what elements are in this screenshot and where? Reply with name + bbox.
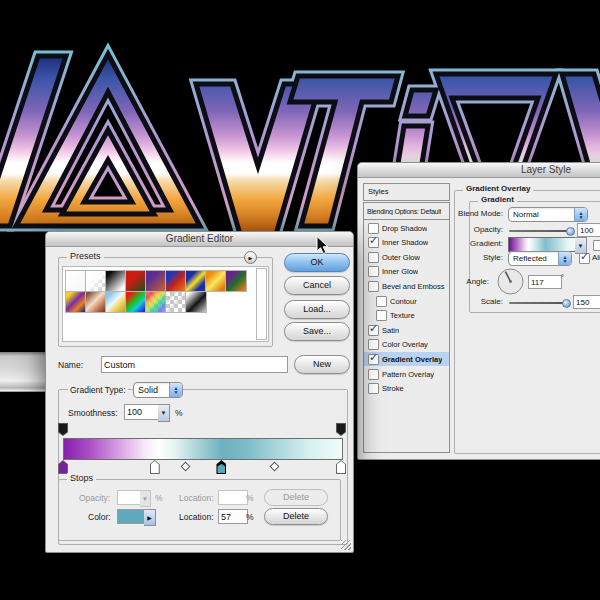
preset-swatch-white-to-transparent[interactable] — [85, 270, 107, 292]
preset-swatch-transparent-stripes[interactable] — [165, 291, 187, 313]
style-item-label: Color Overlay — [382, 340, 428, 349]
ls-gradient-swatch[interactable] — [508, 237, 576, 252]
style-item-contour[interactable]: Contour — [364, 294, 449, 308]
unchecked-checkbox[interactable] — [368, 223, 379, 234]
cancel-button[interactable]: Cancel — [284, 276, 350, 295]
presets-label: Presets — [67, 251, 104, 261]
unchecked-checkbox[interactable] — [368, 339, 379, 350]
presets-scrollbar[interactable] — [256, 268, 267, 340]
preset-swatch-blue-yellow-blue[interactable] — [185, 270, 207, 292]
styles-header-box[interactable]: Styles — [363, 183, 450, 201]
preset-swatch-white[interactable] — [65, 270, 87, 292]
stop-location-unit-2: % — [246, 512, 254, 522]
save-button[interactable]: Save... — [284, 322, 350, 341]
gradient-editor-titlebar[interactable]: Gradient Editor — [46, 232, 353, 247]
scale-value: 150 — [576, 298, 589, 307]
opacity-slider[interactable] — [509, 230, 573, 232]
smoothness-label: Smoothness: — [68, 408, 118, 418]
opacity-stop[interactable] — [58, 423, 68, 436]
opacity-stop[interactable] — [336, 423, 346, 436]
scale-slider-knob[interactable] — [562, 299, 571, 308]
delete-opacity-button[interactable]: Delete — [264, 489, 328, 506]
unchecked-checkbox[interactable] — [368, 252, 379, 263]
gradient-overlay-panel-title: Gradient Overlay — [463, 184, 533, 193]
opacity-slider-knob[interactable] — [566, 227, 575, 236]
preset-swatch-chrome-gold[interactable] — [105, 291, 127, 313]
unchecked-checkbox[interactable] — [368, 266, 379, 277]
preset-swatch-blue-red-yellow[interactable] — [165, 270, 187, 292]
preset-swatch-spectrum[interactable] — [125, 291, 147, 313]
angle-dial[interactable] — [497, 268, 524, 295]
preset-swatch-red-green[interactable] — [125, 270, 147, 292]
color-stop[interactable] — [58, 460, 68, 474]
smoothness-dropdown-arrow[interactable]: ▼ — [158, 404, 170, 422]
checked-checkbox[interactable] — [368, 325, 379, 336]
style-item-bevel-and-emboss[interactable]: Bevel and Emboss — [364, 279, 449, 293]
preset-swatch-yellow-violet-orange-blue[interactable] — [65, 291, 87, 313]
blend-mode-select[interactable]: Normal ▲▼ — [508, 207, 588, 222]
scale-slider[interactable] — [509, 302, 569, 304]
checked-checkbox[interactable] — [368, 354, 379, 365]
stop-opacity-arrow[interactable]: ▼ — [140, 490, 151, 507]
preset-swatch-violet-green-orange[interactable] — [225, 270, 247, 292]
opacity-value-field[interactable]: 100 — [577, 223, 600, 237]
smoothness-unit: % — [175, 408, 183, 418]
style-item-gradient-overlay[interactable]: Gradient Overlay — [364, 352, 449, 366]
resize-grip[interactable] — [341, 540, 351, 550]
gradient-editor-title: Gradient Editor — [166, 233, 233, 244]
layer-style-titlebar[interactable]: Layer Style — [358, 163, 600, 178]
stop-location-field-2[interactable]: 57 — [218, 509, 248, 524]
angle-value-field[interactable]: 117 — [528, 275, 562, 289]
stepper-icon: ▲▼ — [558, 252, 571, 265]
align-with-checkbox[interactable] — [579, 253, 590, 264]
style-item-drop-shadow[interactable]: Drop Shadow — [364, 221, 449, 235]
color-stop-selected[interactable] — [216, 460, 226, 474]
preset-swatch-black-white[interactable] — [105, 270, 127, 292]
color-stop[interactable] — [336, 460, 346, 474]
stop-location-label-2: Location: — [179, 512, 214, 522]
style-item-texture[interactable]: Texture — [364, 309, 449, 323]
layer-style-title: Layer Style — [521, 164, 571, 175]
unchecked-checkbox[interactable] — [376, 296, 387, 307]
delete-color-button[interactable]: Delete — [264, 508, 328, 525]
gradient-bar[interactable] — [63, 438, 343, 460]
stop-color-flyout[interactable]: ▶ — [144, 509, 156, 526]
preset-swatch-gradient — [86, 271, 106, 291]
presets-menu-button[interactable]: ▶ — [244, 251, 257, 264]
stop-color-swatch[interactable] — [117, 509, 145, 524]
style-item-satin[interactable]: Satin — [364, 323, 449, 337]
preset-swatch-copper[interactable] — [85, 291, 107, 313]
preset-swatch-orange-yellow-orange[interactable] — [205, 270, 227, 292]
style-item-label: Texture — [390, 311, 415, 320]
style-select[interactable]: Reflected ▲▼ — [508, 251, 572, 266]
unchecked-checkbox[interactable] — [368, 281, 379, 292]
preset-swatch-violet-orange[interactable] — [145, 270, 167, 292]
name-field[interactable]: Custom — [101, 356, 288, 373]
blending-options-item[interactable]: Blending Options: Default — [364, 204, 449, 220]
checked-checkbox[interactable] — [368, 237, 379, 248]
style-item-stroke[interactable]: Stroke — [364, 382, 449, 396]
new-button[interactable]: New — [294, 355, 350, 374]
preset-swatch-transparent-rainbow[interactable] — [145, 291, 167, 313]
style-item-inner-shadow[interactable]: Inner Shadow — [364, 236, 449, 250]
unchecked-checkbox[interactable] — [368, 383, 379, 394]
scale-value-field[interactable]: 150 — [573, 295, 600, 309]
style-item-pattern-overlay[interactable]: Pattern Overlay — [364, 367, 449, 381]
unchecked-checkbox[interactable] — [376, 310, 387, 321]
unchecked-checkbox[interactable] — [368, 369, 379, 380]
preset-swatch-black-white-soft[interactable] — [185, 291, 207, 313]
style-item-outer-glow[interactable]: Outer Glow — [364, 250, 449, 264]
preset-swatch-gradient — [226, 271, 246, 291]
color-stop[interactable] — [150, 460, 160, 474]
gradient-type-select[interactable]: Solid ▲▼ — [133, 382, 183, 398]
style-item-color-overlay[interactable]: Color Overlay — [364, 338, 449, 352]
style-item-label: Satin — [382, 326, 399, 335]
presets-group: Presets — [58, 257, 273, 347]
style-item-label: Inner Glow — [382, 267, 418, 276]
ok-button[interactable]: OK — [284, 253, 350, 272]
load-button[interactable]: Load... — [284, 300, 350, 319]
stop-location-field-1[interactable] — [218, 490, 248, 505]
reverse-checkbox[interactable] — [593, 240, 600, 251]
style-item-inner-glow[interactable]: Inner Glow — [364, 265, 449, 279]
blend-mode-label: Blend Mode: — [458, 209, 503, 218]
